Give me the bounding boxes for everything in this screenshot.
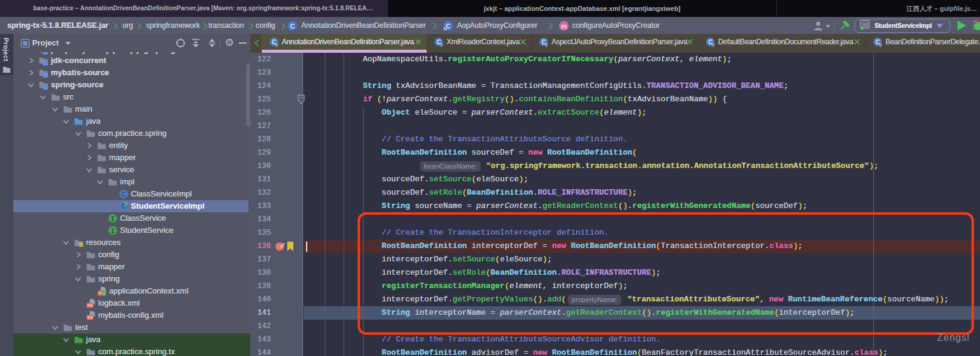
svg-text:<: < xyxy=(99,291,102,296)
svg-text:C: C xyxy=(290,22,295,30)
svg-text:<>: <> xyxy=(87,303,93,308)
svg-text:C: C xyxy=(446,22,451,30)
svg-text:m: m xyxy=(561,22,567,30)
svg-text:I: I xyxy=(111,216,115,223)
svg-text:C: C xyxy=(121,191,125,198)
svg-text:I: I xyxy=(111,228,115,235)
svg-text:<>: <> xyxy=(87,315,93,320)
